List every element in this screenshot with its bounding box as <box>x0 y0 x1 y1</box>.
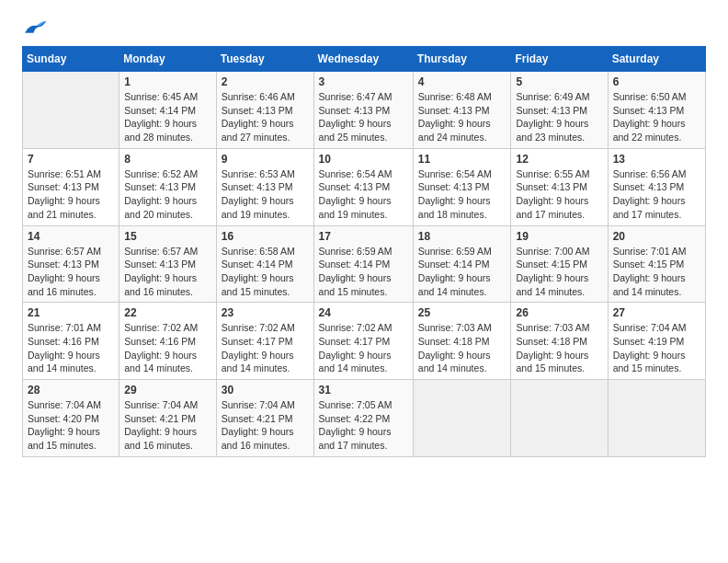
day-number: 27 <box>613 306 700 319</box>
calendar-cell: 10Sunrise: 6:54 AMSunset: 4:13 PMDayligh… <box>313 148 413 225</box>
day-number: 3 <box>319 75 408 88</box>
day-info: Sunrise: 7:04 AMSunset: 4:21 PMDaylight:… <box>222 398 309 453</box>
day-number: 14 <box>28 230 114 243</box>
day-number: 28 <box>28 384 114 396</box>
calendar-cell: 28Sunrise: 7:04 AMSunset: 4:20 PMDayligh… <box>23 380 119 457</box>
calendar-cell: 27Sunrise: 7:04 AMSunset: 4:19 PMDayligh… <box>608 303 705 380</box>
day-number: 26 <box>516 306 602 319</box>
calendar-cell <box>413 380 511 457</box>
calendar-cell: 22Sunrise: 7:02 AMSunset: 4:16 PMDayligh… <box>119 303 217 380</box>
day-number: 1 <box>124 75 211 88</box>
day-info: Sunrise: 7:04 AMSunset: 4:19 PMDaylight:… <box>613 321 700 375</box>
day-number: 24 <box>319 306 408 319</box>
calendar-cell: 4Sunrise: 6:48 AMSunset: 4:13 PMDaylight… <box>413 72 511 149</box>
day-info: Sunrise: 6:45 AMSunset: 4:14 PMDaylight:… <box>124 90 211 144</box>
day-number: 21 <box>28 306 114 319</box>
day-info: Sunrise: 7:03 AMSunset: 4:18 PMDaylight:… <box>516 321 602 375</box>
day-number: 2 <box>222 75 309 88</box>
calendar-cell: 31Sunrise: 7:05 AMSunset: 4:22 PMDayligh… <box>313 380 413 457</box>
calendar-cell: 3Sunrise: 6:47 AMSunset: 4:13 PMDaylight… <box>313 72 413 149</box>
day-info: Sunrise: 7:04 AMSunset: 4:21 PMDaylight:… <box>124 398 211 453</box>
day-info: Sunrise: 7:02 AMSunset: 4:17 PMDaylight:… <box>319 321 408 375</box>
day-info: Sunrise: 6:52 AMSunset: 4:13 PMDaylight:… <box>124 167 211 222</box>
day-info: Sunrise: 7:00 AMSunset: 4:15 PMDaylight:… <box>516 245 602 299</box>
logo <box>22 18 51 39</box>
day-info: Sunrise: 6:50 AMSunset: 4:13 PMDaylight:… <box>613 90 700 144</box>
calendar-cell: 7Sunrise: 6:51 AMSunset: 4:13 PMDaylight… <box>23 148 119 225</box>
day-number: 10 <box>319 153 408 166</box>
col-header-friday: Friday <box>511 47 608 72</box>
calendar-cell: 5Sunrise: 6:49 AMSunset: 4:13 PMDaylight… <box>511 72 608 149</box>
calendar-cell: 8Sunrise: 6:52 AMSunset: 4:13 PMDaylight… <box>119 148 217 225</box>
day-number: 20 <box>613 230 700 243</box>
day-info: Sunrise: 6:53 AMSunset: 4:13 PMDaylight:… <box>222 167 309 222</box>
day-number: 13 <box>613 153 700 166</box>
calendar-week-row: 14Sunrise: 6:57 AMSunset: 4:13 PMDayligh… <box>23 225 706 303</box>
day-number: 5 <box>516 75 602 88</box>
day-info: Sunrise: 6:46 AMSunset: 4:13 PMDaylight:… <box>222 90 309 144</box>
day-info: Sunrise: 7:05 AMSunset: 4:22 PMDaylight:… <box>319 398 408 453</box>
day-info: Sunrise: 7:01 AMSunset: 4:16 PMDaylight:… <box>28 321 114 375</box>
calendar-cell: 9Sunrise: 6:53 AMSunset: 4:13 PMDaylight… <box>216 148 313 225</box>
day-number: 23 <box>222 306 309 319</box>
day-info: Sunrise: 6:54 AMSunset: 4:13 PMDaylight:… <box>418 167 506 222</box>
day-number: 19 <box>516 230 602 243</box>
calendar-cell: 25Sunrise: 7:03 AMSunset: 4:18 PMDayligh… <box>413 303 511 380</box>
calendar-cell: 19Sunrise: 7:00 AMSunset: 4:15 PMDayligh… <box>511 225 608 303</box>
day-info: Sunrise: 6:56 AMSunset: 4:13 PMDaylight:… <box>613 167 700 222</box>
day-info: Sunrise: 6:54 AMSunset: 4:13 PMDaylight:… <box>319 167 408 222</box>
day-info: Sunrise: 6:57 AMSunset: 4:13 PMDaylight:… <box>28 245 114 299</box>
day-number: 31 <box>319 384 408 396</box>
calendar-week-row: 1Sunrise: 6:45 AMSunset: 4:14 PMDaylight… <box>23 72 706 149</box>
day-number: 30 <box>222 384 309 396</box>
calendar-week-row: 21Sunrise: 7:01 AMSunset: 4:16 PMDayligh… <box>23 303 706 380</box>
col-header-tuesday: Tuesday <box>216 47 313 72</box>
calendar-cell: 2Sunrise: 6:46 AMSunset: 4:13 PMDaylight… <box>216 72 313 149</box>
calendar-cell <box>23 72 119 149</box>
calendar-cell: 13Sunrise: 6:56 AMSunset: 4:13 PMDayligh… <box>608 148 705 225</box>
day-number: 15 <box>124 230 211 243</box>
day-info: Sunrise: 7:02 AMSunset: 4:17 PMDaylight:… <box>222 321 309 375</box>
day-number: 4 <box>418 75 506 88</box>
calendar-table: SundayMondayTuesdayWednesdayThursdayFrid… <box>22 46 706 457</box>
calendar-cell: 20Sunrise: 7:01 AMSunset: 4:15 PMDayligh… <box>608 225 705 303</box>
day-number: 12 <box>516 153 602 166</box>
day-info: Sunrise: 7:04 AMSunset: 4:20 PMDaylight:… <box>28 398 114 453</box>
day-number: 11 <box>418 153 506 166</box>
page-header <box>22 18 706 39</box>
day-info: Sunrise: 6:59 AMSunset: 4:14 PMDaylight:… <box>319 245 408 299</box>
day-number: 29 <box>124 384 211 396</box>
day-info: Sunrise: 6:47 AMSunset: 4:13 PMDaylight:… <box>319 90 408 144</box>
calendar-cell: 26Sunrise: 7:03 AMSunset: 4:18 PMDayligh… <box>511 303 608 380</box>
col-header-wednesday: Wednesday <box>313 47 413 72</box>
calendar-week-row: 7Sunrise: 6:51 AMSunset: 4:13 PMDaylight… <box>23 148 706 225</box>
day-number: 16 <box>222 230 309 243</box>
calendar-cell: 15Sunrise: 6:57 AMSunset: 4:13 PMDayligh… <box>119 225 217 303</box>
day-number: 22 <box>124 306 211 319</box>
calendar-cell: 17Sunrise: 6:59 AMSunset: 4:14 PMDayligh… <box>313 225 413 303</box>
calendar-cell: 21Sunrise: 7:01 AMSunset: 4:16 PMDayligh… <box>23 303 119 380</box>
calendar-week-row: 28Sunrise: 7:04 AMSunset: 4:20 PMDayligh… <box>23 380 706 457</box>
day-info: Sunrise: 6:57 AMSunset: 4:13 PMDaylight:… <box>124 245 211 299</box>
day-number: 9 <box>222 153 309 166</box>
day-info: Sunrise: 6:49 AMSunset: 4:13 PMDaylight:… <box>516 90 602 144</box>
day-info: Sunrise: 7:03 AMSunset: 4:18 PMDaylight:… <box>418 321 506 375</box>
logo-bird-icon <box>22 18 48 39</box>
calendar-cell <box>511 380 608 457</box>
day-info: Sunrise: 7:02 AMSunset: 4:16 PMDaylight:… <box>124 321 211 375</box>
col-header-saturday: Saturday <box>608 47 705 72</box>
calendar-header-row: SundayMondayTuesdayWednesdayThursdayFrid… <box>23 47 706 72</box>
calendar-cell: 29Sunrise: 7:04 AMSunset: 4:21 PMDayligh… <box>119 380 217 457</box>
day-info: Sunrise: 7:01 AMSunset: 4:15 PMDaylight:… <box>613 245 700 299</box>
day-number: 6 <box>613 75 700 88</box>
col-header-monday: Monday <box>119 47 217 72</box>
col-header-sunday: Sunday <box>23 47 119 72</box>
day-number: 8 <box>124 153 211 166</box>
day-info: Sunrise: 6:59 AMSunset: 4:14 PMDaylight:… <box>418 245 506 299</box>
calendar-cell: 24Sunrise: 7:02 AMSunset: 4:17 PMDayligh… <box>313 303 413 380</box>
calendar-cell <box>608 380 705 457</box>
calendar-cell: 11Sunrise: 6:54 AMSunset: 4:13 PMDayligh… <box>413 148 511 225</box>
day-info: Sunrise: 6:55 AMSunset: 4:13 PMDaylight:… <box>516 167 602 222</box>
calendar-cell: 23Sunrise: 7:02 AMSunset: 4:17 PMDayligh… <box>216 303 313 380</box>
col-header-thursday: Thursday <box>413 47 511 72</box>
